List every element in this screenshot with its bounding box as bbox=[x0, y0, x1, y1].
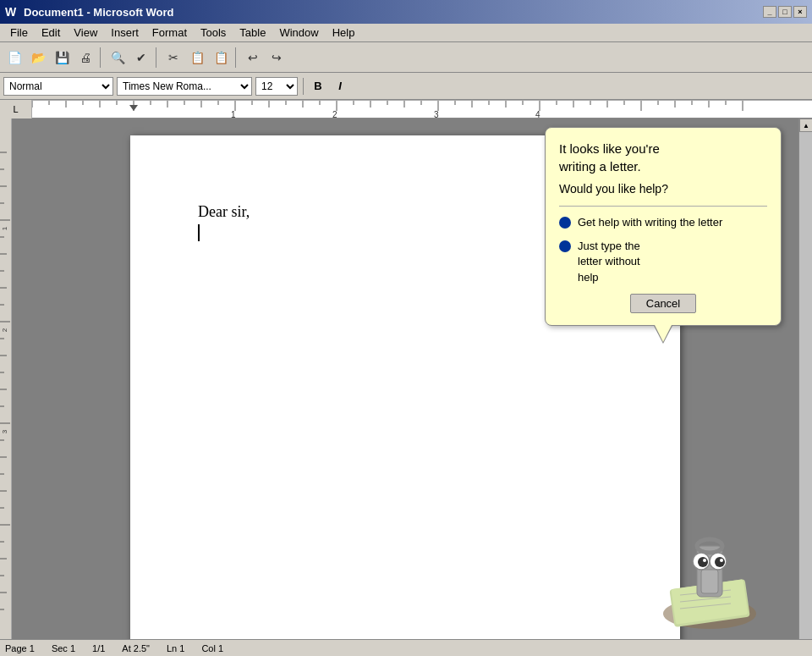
maximize-button[interactable]: □ bbox=[778, 6, 792, 18]
minimize-button[interactable]: _ bbox=[763, 6, 776, 18]
menu-window[interactable]: Window bbox=[272, 25, 325, 41]
undo-button[interactable]: ↩ bbox=[242, 47, 264, 69]
scroll-up-button[interactable]: ▲ bbox=[799, 119, 812, 132]
svg-text:4: 4 bbox=[535, 110, 540, 118]
title-bar: W Document1 - Microsoft Word _ □ × bbox=[0, 0, 812, 24]
menu-table[interactable]: Table bbox=[233, 25, 272, 41]
svg-rect-0 bbox=[32, 101, 812, 118]
svg-point-91 bbox=[698, 557, 708, 567]
italic-button[interactable]: I bbox=[331, 77, 349, 96]
scroll-track[interactable] bbox=[799, 132, 812, 642]
toolbar-sep1 bbox=[100, 47, 103, 68]
clippy-subtitle: Would you like help? bbox=[559, 182, 767, 196]
popup-divider bbox=[559, 206, 767, 207]
ruler-margin: L bbox=[0, 100, 32, 118]
menu-file[interactable]: File bbox=[3, 25, 35, 41]
ruler-container: L bbox=[0, 100, 812, 119]
ruler: 1 2 3 4 bbox=[32, 100, 812, 118]
left-ruler: 1 2 3 bbox=[0, 119, 12, 656]
cut-button[interactable]: ✂ bbox=[162, 47, 184, 69]
close-button[interactable]: × bbox=[793, 6, 807, 18]
print-preview-button[interactable]: 🔍 bbox=[107, 47, 129, 69]
menu-tools[interactable]: Tools bbox=[194, 25, 233, 41]
status-sec: Sec 1 bbox=[52, 643, 75, 653]
clippy-option-notype[interactable]: Just type theletter withouthelp bbox=[559, 239, 767, 285]
clippy-option-help-text: Get help with writing the letter bbox=[578, 215, 722, 230]
clippy-option-notype-text: Just type theletter withouthelp bbox=[578, 239, 640, 285]
svg-text:3: 3 bbox=[1, 429, 8, 433]
svg-text:1: 1 bbox=[231, 110, 236, 118]
clippy-popup: It looks like you'rewriting a letter. Wo… bbox=[545, 127, 782, 326]
status-pos: 1/1 bbox=[92, 643, 105, 653]
size-select[interactable]: 12 bbox=[255, 77, 298, 96]
cancel-row: Cancel bbox=[559, 294, 767, 313]
new-button[interactable]: 📄 bbox=[3, 47, 25, 69]
open-button[interactable]: 📂 bbox=[27, 47, 49, 69]
status-at: At 2.5" bbox=[122, 643, 150, 653]
window-title: Document1 - Microsoft Word bbox=[24, 6, 763, 19]
toolbar-sep2 bbox=[156, 47, 159, 68]
svg-rect-95 bbox=[701, 570, 718, 593]
svg-point-92 bbox=[715, 557, 725, 567]
svg-text:2: 2 bbox=[1, 328, 8, 332]
redo-button[interactable]: ↪ bbox=[266, 47, 288, 69]
clippy-character bbox=[655, 521, 765, 631]
clippy-option-help[interactable]: Get help with writing the letter bbox=[559, 215, 767, 230]
word-icon: W bbox=[5, 5, 19, 19]
cancel-button[interactable]: Cancel bbox=[630, 294, 696, 313]
status-col: Col 1 bbox=[201, 643, 223, 653]
main-area: 1 2 3 Dear sir, It looks like you'rewrit… bbox=[0, 119, 812, 656]
svg-text:1: 1 bbox=[1, 226, 8, 230]
font-select[interactable]: Times New Roma... bbox=[117, 77, 252, 96]
format-bar: Normal Times New Roma... 12 B I bbox=[0, 73, 812, 100]
clippy-title: It looks like you'rewriting a letter. bbox=[559, 140, 767, 175]
document-area[interactable]: Dear sir, It looks like you'rewriting a … bbox=[12, 119, 798, 656]
text-cursor bbox=[198, 224, 200, 241]
menu-format[interactable]: Format bbox=[145, 25, 194, 41]
option-bullet-1 bbox=[559, 217, 571, 229]
right-scrollbar: ▲ ▼ bbox=[798, 119, 812, 656]
status-bar: Page 1 Sec 1 1/1 At 2.5" Ln 1 Col 1 bbox=[0, 639, 812, 656]
svg-point-94 bbox=[720, 559, 723, 562]
option-bullet-2 bbox=[559, 240, 571, 252]
format-sep1 bbox=[303, 78, 304, 95]
menu-insert[interactable]: Insert bbox=[104, 25, 145, 41]
status-page: Page 1 bbox=[5, 643, 35, 653]
bold-button[interactable]: B bbox=[309, 77, 327, 96]
toolbar-sep3 bbox=[235, 47, 239, 68]
svg-text:3: 3 bbox=[434, 110, 439, 118]
paste-button[interactable]: 📋 bbox=[210, 47, 232, 69]
style-select[interactable]: Normal bbox=[3, 77, 113, 96]
menu-view[interactable]: View bbox=[67, 25, 104, 41]
menu-help[interactable]: Help bbox=[326, 25, 362, 41]
copy-button[interactable]: 📋 bbox=[186, 47, 208, 69]
toolbar: 📄 📂 💾 🖨 🔍 ✔ ✂ 📋 📋 ↩ ↪ bbox=[0, 42, 812, 73]
window-controls: _ □ × bbox=[763, 6, 807, 18]
status-ln: Ln 1 bbox=[167, 643, 184, 653]
spellcheck-button[interactable]: ✔ bbox=[130, 47, 152, 69]
save-button[interactable]: 💾 bbox=[51, 47, 73, 69]
svg-point-93 bbox=[703, 559, 706, 562]
print-button[interactable]: 🖨 bbox=[74, 47, 96, 69]
menu-bar: File Edit View Insert Format Tools Table… bbox=[0, 24, 812, 42]
menu-edit[interactable]: Edit bbox=[35, 25, 67, 41]
svg-text:2: 2 bbox=[332, 110, 337, 118]
